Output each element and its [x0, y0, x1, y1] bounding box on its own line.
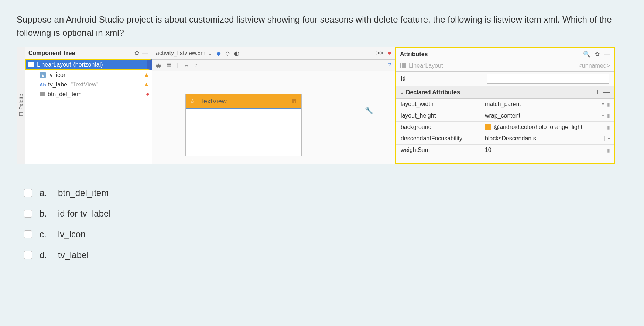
attr-row-weight-sum[interactable]: weightSum 10 ▮ — [396, 145, 614, 156]
tree-row-tv-label[interactable]: Ab tv_label "TextView" ▲ — [25, 80, 152, 89]
component-tree-panel: Component Tree ✿ — LinearLayout (horizon… — [25, 47, 152, 164]
checkbox[interactable] — [24, 210, 32, 218]
answer-letter: b. — [40, 208, 51, 219]
attr-value[interactable]: 10 — [485, 147, 491, 153]
attr-value[interactable]: wrap_content — [485, 112, 520, 119]
id-label: id — [401, 75, 406, 82]
attr-key: weightSum — [396, 145, 481, 156]
filename-dropdown[interactable]: activity_listview.xml ⌄ — [156, 50, 212, 57]
palette-icon: ▤ — [18, 111, 24, 117]
grid-icon[interactable]: ▤ — [166, 62, 172, 69]
warning-icon[interactable]: ▲ — [143, 81, 150, 88]
handle-icon[interactable]: ▮ — [607, 147, 610, 153]
question-text: Suppose an Android Studio project is abo… — [17, 13, 627, 40]
checkbox[interactable] — [24, 189, 32, 197]
warning-icon[interactable]: ▲ — [143, 71, 150, 79]
tree-item-name: btn_del_item — [48, 91, 82, 98]
minimize-icon[interactable]: — — [142, 50, 148, 57]
attr-key: layout_width — [396, 99, 481, 110]
id-row: id — [396, 72, 614, 86]
declared-attributes-header[interactable]: ⌄ Declared Attributes + — — [396, 86, 614, 99]
attr-value[interactable]: blocksDescendants — [485, 135, 536, 142]
listview-item-preview[interactable]: ☆ TextView 🗑 — [186, 94, 301, 109]
unnamed-label: <unnamed> — [579, 62, 610, 69]
tree-row-linearlayout[interactable]: LinearLayout (horizontal) — [25, 59, 152, 70]
tree-item-name: LinearLayout — [37, 61, 71, 68]
component-tree-list: LinearLayout (horizontal) ▲ iv_icon ▲ Ab… — [25, 59, 152, 164]
palette-tab[interactable]: ▤ Palette — [17, 47, 25, 164]
answer-option-b[interactable]: b. id for tv_label — [17, 203, 627, 224]
answer-option-d[interactable]: d. tv_label — [17, 245, 627, 265]
palette-label: Palette — [18, 94, 24, 110]
tree-item-name: iv_icon — [48, 72, 67, 78]
error-badge-icon[interactable]: ● — [388, 50, 391, 57]
layout-preview-panel: activity_listview.xml ⌄ ◆ ◇ ◐ >> ● ◉ ▤ |… — [152, 47, 395, 164]
eye-icon[interactable]: ◉ — [156, 62, 161, 69]
handle-icon[interactable]: ▮ — [607, 124, 610, 130]
horizontal-arrows-icon[interactable]: ↔ — [184, 62, 189, 69]
tree-item-hint: (horizontal) — [73, 61, 103, 68]
attr-row-layout-width[interactable]: layout_width match_parent ▾▮ — [396, 99, 614, 110]
button-icon — [40, 92, 45, 96]
design-surface-icon[interactable]: ◆ — [216, 50, 221, 57]
answer-text: btn_del_item — [58, 188, 109, 198]
handle-icon[interactable]: ▮ — [607, 101, 610, 107]
component-tree-title: Component Tree — [28, 50, 75, 57]
gear-icon[interactable]: ✿ — [134, 50, 139, 57]
id-input[interactable] — [487, 74, 609, 84]
gear-icon[interactable]: ✿ — [595, 51, 600, 58]
wrench-icon[interactable]: 🔧 — [365, 106, 373, 115]
star-icon: ☆ — [190, 97, 196, 105]
tree-row-btn-del-item[interactable]: btn_del_item ● — [25, 89, 152, 99]
add-attribute-icon[interactable]: + — [596, 88, 600, 96]
answer-letter: c. — [40, 229, 51, 240]
answer-option-c[interactable]: c. iv_icon — [17, 224, 627, 245]
answer-option-a[interactable]: a. btn_del_item — [17, 183, 627, 203]
answer-letter: d. — [40, 250, 51, 260]
orientation-icon[interactable]: ◇ — [225, 50, 230, 57]
minimize-icon[interactable]: — — [604, 51, 610, 58]
attr-row-background[interactable]: background @android:color/holo_orange_li… — [396, 122, 614, 133]
attr-value[interactable]: @android:color/holo_orange_light — [494, 124, 582, 130]
handle-icon[interactable]: ▮ — [607, 113, 610, 119]
linearlayout-icon — [28, 62, 35, 67]
vertical-arrows-icon[interactable]: ↕ — [195, 62, 198, 69]
overflow-icon[interactable]: >> — [376, 50, 383, 57]
preview-toolbar-2: ◉ ▤ | ↔ ↕ ? — [152, 60, 395, 71]
imageview-icon: ▲ — [40, 72, 46, 78]
attr-value[interactable]: match_parent — [485, 101, 521, 108]
answer-text: iv_icon — [58, 229, 86, 240]
checkbox[interactable] — [24, 230, 32, 238]
device-preview[interactable]: ☆ TextView 🗑 — [185, 94, 302, 156]
preview-toolbar: activity_listview.xml ⌄ ◆ ◇ ◐ >> ● — [152, 47, 395, 60]
preview-textview-label: TextView — [200, 98, 227, 105]
attr-row-descendant-focusability[interactable]: descendantFocusability blocksDescendants… — [396, 133, 614, 145]
tree-item-hint: "TextView" — [71, 81, 99, 88]
search-icon[interactable]: 🔍 — [583, 51, 590, 58]
tree-row-iv-icon[interactable]: ▲ iv_icon ▲ — [25, 70, 152, 80]
attr-key: background — [396, 122, 481, 133]
attr-key: layout_height — [396, 110, 481, 121]
dropdown-icon[interactable]: ▾ — [604, 136, 610, 141]
attributes-type-row: LinearLayout <unnamed> — [396, 60, 614, 72]
dropdown-icon[interactable]: ▾ — [599, 101, 604, 107]
textview-icon: Ab — [40, 82, 46, 88]
declared-attributes-label: Declared Attributes — [406, 89, 460, 96]
answer-text: tv_label — [58, 250, 89, 260]
dropdown-icon[interactable]: ▾ — [599, 113, 604, 119]
error-icon[interactable]: ● — [146, 91, 150, 98]
checkbox[interactable] — [24, 251, 32, 259]
attr-key: descendantFocusability — [396, 133, 481, 144]
android-studio-screenshot: ▤ Palette Component Tree ✿ — LinearLayou… — [17, 47, 615, 164]
attributes-header: Attributes 🔍 ✿ — — [396, 48, 614, 60]
help-icon[interactable]: ? — [388, 62, 391, 69]
attributes-panel: Attributes 🔍 ✿ — LinearLayout <unnamed> … — [395, 47, 615, 164]
remove-attribute-icon[interactable]: — — [603, 88, 610, 96]
color-swatch-icon[interactable] — [485, 124, 491, 130]
trash-icon[interactable]: 🗑 — [291, 98, 297, 105]
device-icon[interactable]: ◐ — [234, 50, 239, 57]
linearlayout-icon — [400, 63, 407, 68]
component-tree-header: Component Tree ✿ — — [25, 47, 152, 59]
answer-text: id for tv_label — [58, 208, 111, 219]
attr-row-layout-height[interactable]: layout_height wrap_content ▾▮ — [396, 110, 614, 122]
